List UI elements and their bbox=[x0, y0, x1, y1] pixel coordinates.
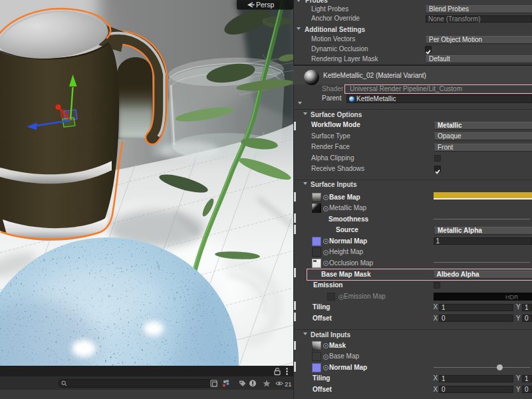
svg-text:Persp: Persp bbox=[256, 1, 275, 9]
svg-text:21: 21 bbox=[285, 380, 292, 387]
